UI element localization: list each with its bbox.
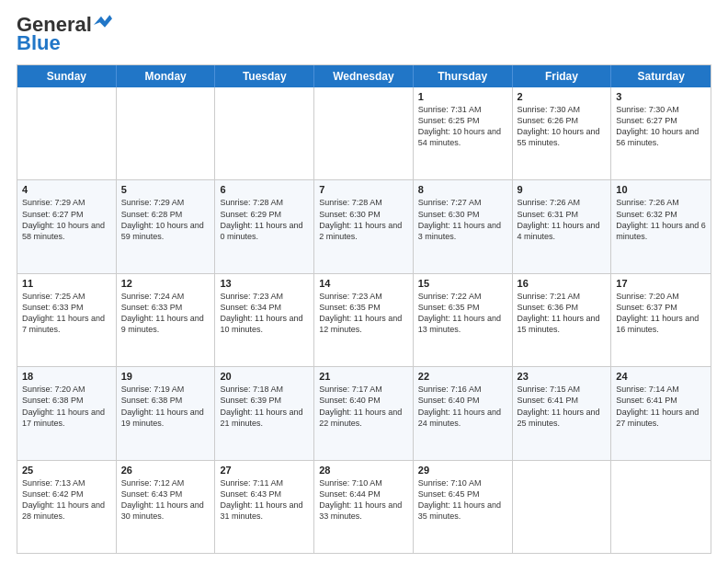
page: General Blue SundayMondayTuesdayWednesda… xyxy=(0,0,728,563)
calendar-body: 1Sunrise: 7:31 AM Sunset: 6:25 PM Daylig… xyxy=(17,87,711,553)
calendar-day-2: 2Sunrise: 7:30 AM Sunset: 6:26 PM Daylig… xyxy=(513,87,612,179)
day-info: Sunrise: 7:27 AM Sunset: 6:30 PM Dayligh… xyxy=(418,197,507,242)
day-info: Sunrise: 7:23 AM Sunset: 6:34 PM Dayligh… xyxy=(220,291,309,336)
day-number: 14 xyxy=(319,278,408,289)
svg-marker-0 xyxy=(94,15,112,27)
day-info: Sunrise: 7:29 AM Sunset: 6:28 PM Dayligh… xyxy=(121,197,210,242)
calendar-empty-cell xyxy=(611,461,711,553)
day-info: Sunrise: 7:30 AM Sunset: 6:27 PM Dayligh… xyxy=(616,104,706,149)
day-number: 22 xyxy=(418,371,507,382)
day-info: Sunrise: 7:22 AM Sunset: 6:35 PM Dayligh… xyxy=(418,291,507,336)
header: General Blue xyxy=(17,15,711,55)
day-info: Sunrise: 7:17 AM Sunset: 6:40 PM Dayligh… xyxy=(319,384,408,429)
calendar-day-22: 22Sunrise: 7:16 AM Sunset: 6:40 PM Dayli… xyxy=(414,367,513,459)
day-info: Sunrise: 7:28 AM Sunset: 6:29 PM Dayligh… xyxy=(220,197,309,242)
calendar-empty-cell xyxy=(513,461,612,553)
calendar-day-23: 23Sunrise: 7:15 AM Sunset: 6:41 PM Dayli… xyxy=(513,367,612,459)
day-number: 18 xyxy=(22,371,111,382)
day-info: Sunrise: 7:16 AM Sunset: 6:40 PM Dayligh… xyxy=(418,384,507,429)
day-info: Sunrise: 7:13 AM Sunset: 6:42 PM Dayligh… xyxy=(22,477,111,523)
calendar-day-3: 3Sunrise: 7:30 AM Sunset: 6:27 PM Daylig… xyxy=(611,87,711,179)
day-number: 15 xyxy=(418,278,507,289)
calendar-day-1: 1Sunrise: 7:31 AM Sunset: 6:25 PM Daylig… xyxy=(414,87,513,179)
day-info: Sunrise: 7:25 AM Sunset: 6:33 PM Dayligh… xyxy=(22,291,111,336)
day-number: 26 xyxy=(121,465,210,476)
logo: General Blue xyxy=(17,15,112,55)
day-number: 21 xyxy=(319,371,408,382)
calendar: SundayMondayTuesdayWednesdayThursdayFrid… xyxy=(17,64,711,554)
day-header-friday: Friday xyxy=(513,65,612,87)
calendar-day-28: 28Sunrise: 7:10 AM Sunset: 6:44 PM Dayli… xyxy=(314,461,414,553)
calendar-day-7: 7Sunrise: 7:28 AM Sunset: 6:30 PM Daylig… xyxy=(314,180,414,272)
day-number: 29 xyxy=(418,465,507,476)
calendar-week-4: 18Sunrise: 7:20 AM Sunset: 6:38 PM Dayli… xyxy=(17,366,711,459)
calendar-week-5: 25Sunrise: 7:13 AM Sunset: 6:42 PM Dayli… xyxy=(17,460,711,553)
day-header-tuesday: Tuesday xyxy=(215,65,314,87)
day-info: Sunrise: 7:12 AM Sunset: 6:43 PM Dayligh… xyxy=(121,477,210,523)
day-number: 9 xyxy=(518,184,607,195)
day-number: 8 xyxy=(418,184,507,195)
day-info: Sunrise: 7:23 AM Sunset: 6:35 PM Dayligh… xyxy=(319,291,408,336)
calendar-day-14: 14Sunrise: 7:23 AM Sunset: 6:35 PM Dayli… xyxy=(314,274,414,366)
calendar-day-11: 11Sunrise: 7:25 AM Sunset: 6:33 PM Dayli… xyxy=(17,274,117,366)
calendar-empty-cell xyxy=(117,87,216,179)
day-number: 3 xyxy=(616,91,706,102)
calendar-empty-cell xyxy=(314,87,414,179)
day-number: 1 xyxy=(418,91,507,102)
calendar-day-12: 12Sunrise: 7:24 AM Sunset: 6:33 PM Dayli… xyxy=(117,274,216,366)
day-number: 10 xyxy=(616,184,706,195)
calendar-day-27: 27Sunrise: 7:11 AM Sunset: 6:43 PM Dayli… xyxy=(215,461,314,553)
calendar-header: SundayMondayTuesdayWednesdayThursdayFrid… xyxy=(17,65,711,87)
day-number: 25 xyxy=(22,465,111,476)
day-info: Sunrise: 7:15 AM Sunset: 6:41 PM Dayligh… xyxy=(518,384,607,429)
day-number: 4 xyxy=(22,184,111,195)
calendar-day-6: 6Sunrise: 7:28 AM Sunset: 6:29 PM Daylig… xyxy=(215,180,314,272)
day-info: Sunrise: 7:26 AM Sunset: 6:32 PM Dayligh… xyxy=(616,197,706,242)
calendar-day-25: 25Sunrise: 7:13 AM Sunset: 6:42 PM Dayli… xyxy=(17,461,117,553)
calendar-day-29: 29Sunrise: 7:10 AM Sunset: 6:45 PM Dayli… xyxy=(414,461,513,553)
day-number: 7 xyxy=(319,184,408,195)
day-info: Sunrise: 7:26 AM Sunset: 6:31 PM Dayligh… xyxy=(518,197,607,242)
day-header-sunday: Sunday xyxy=(17,65,117,87)
calendar-day-9: 9Sunrise: 7:26 AM Sunset: 6:31 PM Daylig… xyxy=(513,180,612,272)
calendar-week-3: 11Sunrise: 7:25 AM Sunset: 6:33 PM Dayli… xyxy=(17,273,711,366)
day-info: Sunrise: 7:30 AM Sunset: 6:26 PM Dayligh… xyxy=(518,104,607,149)
day-header-wednesday: Wednesday xyxy=(314,65,414,87)
day-number: 2 xyxy=(518,91,607,102)
day-info: Sunrise: 7:19 AM Sunset: 6:38 PM Dayligh… xyxy=(121,384,210,429)
day-number: 23 xyxy=(518,371,607,382)
calendar-day-16: 16Sunrise: 7:21 AM Sunset: 6:36 PM Dayli… xyxy=(513,274,612,366)
calendar-day-8: 8Sunrise: 7:27 AM Sunset: 6:30 PM Daylig… xyxy=(414,180,513,272)
day-info: Sunrise: 7:24 AM Sunset: 6:33 PM Dayligh… xyxy=(121,291,210,336)
day-header-saturday: Saturday xyxy=(611,65,711,87)
calendar-day-17: 17Sunrise: 7:20 AM Sunset: 6:37 PM Dayli… xyxy=(611,274,711,366)
calendar-empty-cell xyxy=(215,87,314,179)
calendar-day-26: 26Sunrise: 7:12 AM Sunset: 6:43 PM Dayli… xyxy=(117,461,216,553)
calendar-day-19: 19Sunrise: 7:19 AM Sunset: 6:38 PM Dayli… xyxy=(117,367,216,459)
day-header-thursday: Thursday xyxy=(414,65,513,87)
day-number: 11 xyxy=(22,278,111,289)
calendar-week-2: 4Sunrise: 7:29 AM Sunset: 6:27 PM Daylig… xyxy=(17,179,711,272)
day-info: Sunrise: 7:10 AM Sunset: 6:44 PM Dayligh… xyxy=(319,477,408,523)
calendar-week-1: 1Sunrise: 7:31 AM Sunset: 6:25 PM Daylig… xyxy=(17,87,711,179)
day-info: Sunrise: 7:21 AM Sunset: 6:36 PM Dayligh… xyxy=(518,291,607,336)
day-info: Sunrise: 7:29 AM Sunset: 6:27 PM Dayligh… xyxy=(22,197,111,242)
day-number: 28 xyxy=(319,465,408,476)
day-info: Sunrise: 7:31 AM Sunset: 6:25 PM Dayligh… xyxy=(418,104,507,149)
day-info: Sunrise: 7:20 AM Sunset: 6:38 PM Dayligh… xyxy=(22,384,111,429)
day-number: 16 xyxy=(518,278,607,289)
calendar-empty-cell xyxy=(17,87,117,179)
day-number: 12 xyxy=(121,278,210,289)
calendar-day-13: 13Sunrise: 7:23 AM Sunset: 6:34 PM Dayli… xyxy=(215,274,314,366)
calendar-day-15: 15Sunrise: 7:22 AM Sunset: 6:35 PM Dayli… xyxy=(414,274,513,366)
calendar-day-5: 5Sunrise: 7:29 AM Sunset: 6:28 PM Daylig… xyxy=(117,180,216,272)
calendar-day-21: 21Sunrise: 7:17 AM Sunset: 6:40 PM Dayli… xyxy=(314,367,414,459)
day-info: Sunrise: 7:11 AM Sunset: 6:43 PM Dayligh… xyxy=(220,477,309,523)
day-info: Sunrise: 7:18 AM Sunset: 6:39 PM Dayligh… xyxy=(220,384,309,429)
day-number: 6 xyxy=(220,184,309,195)
day-number: 24 xyxy=(616,371,706,382)
calendar-day-10: 10Sunrise: 7:26 AM Sunset: 6:32 PM Dayli… xyxy=(611,180,711,272)
day-header-monday: Monday xyxy=(117,65,216,87)
day-info: Sunrise: 7:28 AM Sunset: 6:30 PM Dayligh… xyxy=(319,197,408,242)
day-number: 19 xyxy=(121,371,210,382)
